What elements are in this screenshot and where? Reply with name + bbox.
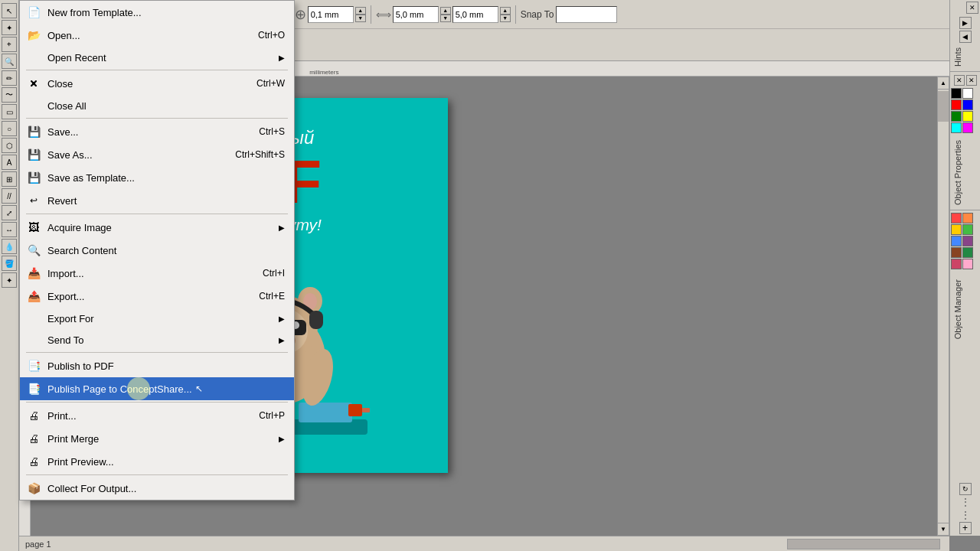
color-ctrl-x1[interactable]: ✕ — [954, 75, 965, 86]
svg-rect-7 — [362, 408, 370, 412]
menu-item-publish-pdf[interactable]: 📑 Publish to PDF — [20, 354, 294, 377]
menu-item-save-template[interactable]: 💾 Save as Template... — [20, 166, 294, 189]
page-indicator: page 1 — [25, 540, 51, 549]
export-for-arrow: ▶ — [279, 315, 285, 323]
dots-expand2[interactable]: ⋮ — [960, 509, 971, 521]
print-label: Print... — [47, 410, 77, 422]
menu-item-save-as[interactable]: 💾 Save As... Ctrl+Shift+S — [20, 143, 294, 166]
tool-crop[interactable]: ⌖ — [2, 37, 17, 52]
tool-measure[interactable]: ↔ — [2, 222, 17, 237]
dim-x-spinners[interactable]: ▲ ▼ — [440, 7, 451, 22]
menu-item-collect-output[interactable]: 📦 Collect For Output... — [20, 477, 294, 500]
dim-y[interactable]: 5,0 mm — [452, 6, 498, 23]
tool-ellipse[interactable]: ○ — [2, 121, 17, 136]
publish-pdf-label: Publish to PDF — [47, 360, 114, 372]
collapse-btn[interactable]: ◀ — [959, 31, 972, 43]
scrollbar-up[interactable]: ▲ — [938, 77, 949, 90]
swatch-2-2[interactable] — [962, 213, 973, 223]
open-recent-arrow: ▶ — [279, 54, 285, 62]
collect-label: Collect For Output... — [47, 483, 136, 494]
pos-x-up[interactable]: ▲ ▼ — [355, 7, 366, 22]
scrollbar-down[interactable]: ▼ — [938, 523, 949, 535]
menu-item-import[interactable]: 📥 Import... Ctrl+I — [20, 262, 294, 285]
swatch-yellow[interactable] — [962, 111, 973, 122]
print-merge-label: Print Merge — [47, 433, 99, 445]
swatch-red[interactable] — [951, 99, 962, 110]
swatch-white[interactable] — [962, 88, 973, 99]
save-icon: 💾 — [26, 124, 41, 139]
position-x[interactable]: 0,1 mm — [308, 6, 354, 23]
svg-rect-26 — [309, 311, 323, 329]
import-label: Import... — [47, 268, 84, 279]
tool-parallel[interactable]: // — [2, 188, 17, 204]
swatch-2-10[interactable] — [962, 259, 973, 269]
tool-interactive[interactable]: ✦ — [2, 272, 17, 288]
swatch-black[interactable] — [951, 88, 962, 99]
menu-item-export-for[interactable]: Export For ▶ — [20, 308, 294, 329]
menu-item-open[interactable]: 📂 Open... Ctrl+O — [20, 24, 294, 47]
object-properties-label: Object Properties — [950, 137, 980, 208]
refresh-btn[interactable]: ↻ — [959, 483, 972, 495]
swatch-2-8[interactable] — [962, 247, 973, 258]
swatch-green[interactable] — [951, 111, 962, 122]
dots-expand[interactable]: ⋮ — [960, 496, 971, 508]
scrollbar-thumb[interactable] — [938, 91, 949, 122]
acquire-label: Acquire Image — [47, 222, 112, 233]
menu-item-send-to[interactable]: Send To ▶ — [20, 329, 294, 350]
bottom-tools: ↻ ⋮ ⋮ + — [950, 481, 980, 536]
menu-item-search-content[interactable]: 🔍 Search Content — [20, 239, 294, 262]
hints-label: Hints — [950, 44, 980, 70]
swatch-magenta[interactable] — [962, 122, 973, 133]
tool-text[interactable]: A — [2, 155, 17, 170]
swatch-2-6[interactable] — [962, 236, 973, 246]
menu-item-close-all[interactable]: Close All — [20, 95, 294, 116]
tool-polygon[interactable]: ⬡ — [2, 138, 17, 153]
tool-zoom[interactable]: 🔍 — [2, 54, 17, 69]
right-panels: ✕ ▶ ◀ Hints ✕ ✕ Object Properties — [949, 0, 980, 536]
tool-eyedropper[interactable]: 💧 — [2, 239, 17, 254]
swatch-2-7[interactable] — [951, 247, 962, 258]
menu-item-print[interactable]: 🖨 Print... Ctrl+P — [20, 404, 294, 427]
open-label: Open... — [47, 30, 80, 41]
snap-to-select[interactable] — [556, 6, 617, 23]
swatch-2-1[interactable] — [951, 213, 962, 223]
tool-table[interactable]: ⊞ — [2, 171, 17, 187]
tool-select[interactable]: ↖ — [2, 3, 17, 18]
tool-rect[interactable]: ▭ — [2, 104, 17, 119]
file-menu: 📄 New from Template... 📂 Open... Ctrl+O … — [19, 0, 295, 500]
menu-item-save[interactable]: 💾 Save... Ctrl+S — [20, 120, 294, 143]
menu-item-close[interactable]: 🗙 Close Ctrl+W — [20, 72, 294, 95]
menu-item-print-merge[interactable]: 🖨 Print Merge ▶ — [20, 427, 294, 450]
dim-x[interactable]: 5,0 mm — [393, 6, 439, 23]
menu-item-new-from-template[interactable]: 📄 New from Template... — [20, 1, 294, 24]
menu-item-publish-page-conceptshare[interactable]: 📑 Publish Page to ConceptShare... ↖ — [20, 377, 294, 400]
tool-shape[interactable]: ✦ — [2, 20, 17, 35]
swatch-2-5[interactable] — [951, 236, 962, 246]
tool-connector[interactable]: ⤢ — [2, 205, 17, 220]
tool-fill[interactable]: 🪣 — [2, 256, 17, 271]
tool-freehand[interactable]: ✏ — [2, 70, 17, 86]
search-icon: 🔍 — [26, 243, 41, 258]
menu-item-acquire-image[interactable]: 🖼 Acquire Image ▶ — [20, 216, 294, 239]
menu-item-export[interactable]: 📤 Export... Ctrl+E — [20, 285, 294, 308]
menu-item-print-preview[interactable]: 🖨 Print Preview... — [20, 450, 294, 473]
swatch-2-4[interactable] — [962, 224, 973, 235]
h-scrollbar[interactable] — [787, 539, 940, 549]
menu-sep-3 — [26, 214, 288, 214]
expand-right-btn[interactable]: ▶ — [959, 17, 972, 29]
dim-y-spinners[interactable]: ▲ ▼ — [500, 7, 511, 22]
close-panel-btn[interactable]: ✕ — [966, 2, 978, 14]
swatch-2-9[interactable] — [951, 259, 962, 269]
menu-item-open-recent[interactable]: Open Recent ▶ — [20, 47, 294, 68]
save-as-label: Save As... — [47, 149, 93, 161]
menu-item-revert[interactable]: ↩ Revert — [20, 189, 294, 212]
swatch-cyan[interactable] — [951, 122, 962, 133]
open-icon: 📂 — [26, 28, 41, 43]
send-to-label: Send To — [47, 334, 83, 346]
vertical-scrollbar[interactable]: ▲ ▼ — [937, 77, 949, 536]
swatch-blue[interactable] — [962, 99, 973, 110]
plus-add[interactable]: + — [959, 522, 972, 534]
swatch-2-3[interactable] — [951, 224, 962, 235]
color-ctrl-x2[interactable]: ✕ — [966, 75, 977, 86]
tool-smart-draw[interactable]: 〜 — [2, 87, 17, 103]
